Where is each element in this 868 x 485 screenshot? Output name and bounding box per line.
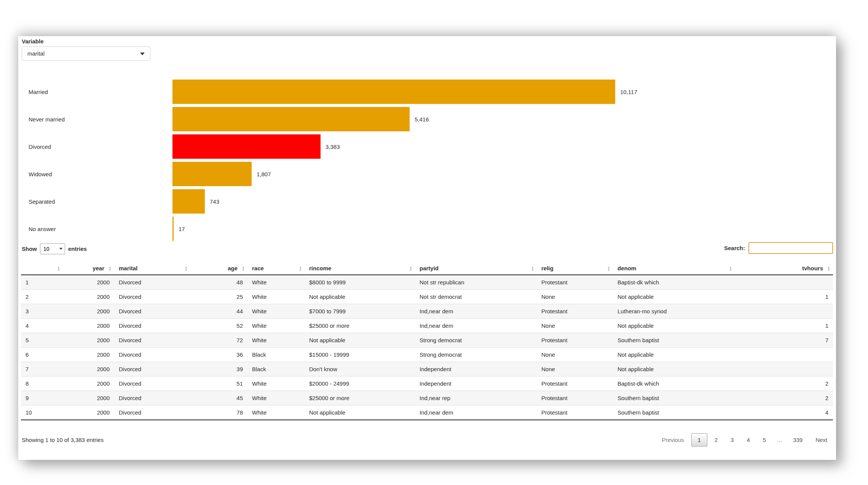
column-header-label: denom	[617, 265, 636, 271]
table-cell-race: White	[247, 391, 305, 405]
sort-desc-icon: ▼	[607, 269, 610, 271]
table-row[interactable]: 32000Divorced44White$7000 to 7999Ind,nea…	[21, 304, 833, 319]
page-button-1[interactable]: 1	[691, 433, 707, 447]
column-header-label: age	[228, 265, 238, 271]
table-cell-rincome: Not applicable	[305, 405, 415, 420]
table-row[interactable]: 62000Divorced36Black$15000 - 19999Strong…	[21, 348, 833, 362]
column-header-year[interactable]: year▲▼	[63, 263, 114, 275]
table-cell-denom: Baptist-dk which	[613, 377, 735, 391]
table-cell-rownum: 2	[21, 290, 63, 304]
table-cell-year: 2000	[63, 290, 114, 304]
column-header-rownum[interactable]: ▲▼	[21, 263, 63, 275]
column-header-partyid[interactable]: partyid▲▼	[415, 263, 537, 275]
entries-label: entries	[68, 246, 87, 252]
column-header-marital[interactable]: marital▲▼	[114, 263, 190, 275]
next-button[interactable]: Next	[810, 433, 833, 447]
table-cell-rincome: $25000 or more	[305, 319, 415, 333]
column-header-race[interactable]: race▲▼	[247, 263, 305, 275]
page-button-2[interactable]: 2	[709, 433, 723, 447]
table-info: Showing 1 to 10 of 3,383 entries	[22, 437, 104, 443]
table-cell-tvhours: 1	[735, 319, 833, 333]
table-cell-race: White	[247, 304, 305, 319]
table-row[interactable]: 22000Divorced25WhiteNot applicableNot st…	[21, 290, 833, 304]
table-cell-tvhours: 2	[735, 391, 833, 405]
table-cell-rownum: 4	[21, 319, 63, 333]
table-cell-relig: Protestant	[537, 377, 613, 391]
column-header-label: race	[252, 265, 264, 271]
table-row[interactable]: 12000Divorced48White$8000 to 9999Not str…	[21, 275, 833, 290]
table-cell-tvhours	[735, 362, 833, 377]
bar-chart: Married10,117Never married5,416Divorced3…	[18, 78, 836, 242]
page-button-4[interactable]: 4	[741, 433, 755, 447]
table-cell-age: 25	[190, 290, 247, 304]
column-header-rincome[interactable]: rincome▲▼	[305, 263, 415, 275]
table-cell-tvhours: 4	[735, 405, 833, 420]
show-label: Show	[22, 246, 37, 252]
bar-category-label: Never married	[18, 116, 172, 123]
column-header-label: tvhours	[802, 265, 823, 271]
column-header-tvhours[interactable]: tvhours▲▼	[735, 263, 833, 275]
bar[interactable]	[172, 217, 174, 241]
table-cell-denom: Not applicable	[613, 362, 735, 377]
column-header-relig[interactable]: relig▲▼	[537, 263, 613, 275]
bar-value-label: 1,807	[257, 171, 271, 177]
table-cell-year: 2000	[63, 275, 114, 290]
bar[interactable]	[172, 189, 205, 214]
table-cell-age: 72	[190, 333, 247, 348]
table-cell-partyid: Independent	[415, 362, 537, 377]
table-cell-age: 39	[190, 362, 247, 377]
page-button-5[interactable]: 5	[757, 433, 772, 447]
sort-desc-icon: ▼	[531, 269, 534, 271]
chart-row: Never married5,416	[18, 105, 836, 133]
page-button-339[interactable]: 339	[787, 433, 808, 447]
table-row[interactable]: 72000Divorced39BlackDon't knowIndependen…	[21, 362, 833, 377]
table-cell-relig: None	[537, 290, 613, 304]
table-cell-year: 2000	[63, 333, 114, 348]
table-cell-relig: Protestant	[537, 405, 613, 420]
variable-select[interactable]: marital	[22, 46, 150, 61]
table-cell-year: 2000	[63, 362, 114, 377]
bar-value-label: 17	[179, 226, 185, 232]
table-cell-partyid: Ind,near dem	[415, 319, 537, 333]
table-row[interactable]: 82000Divorced51White$20000 - 24999Indepe…	[21, 377, 833, 391]
bar-category-label: Widowed	[18, 171, 172, 177]
table-cell-marital: Divorced	[114, 290, 190, 304]
bar-category-label: No answer	[18, 226, 172, 232]
table-cell-age: 52	[190, 319, 247, 333]
bar[interactable]	[172, 162, 252, 186]
bar[interactable]	[172, 80, 615, 104]
bar[interactable]	[172, 107, 410, 131]
table-cell-marital: Divorced	[114, 405, 190, 420]
search-input[interactable]	[748, 242, 833, 254]
table-cell-relig: None	[537, 348, 613, 362]
table-cell-rownum: 8	[21, 377, 63, 391]
table-cell-age: 36	[190, 348, 247, 362]
sort-desc-icon: ▼	[299, 269, 302, 271]
pagination: Previous12345…339Next	[654, 433, 833, 447]
chart-row: No answer17	[18, 215, 836, 242]
table-cell-marital: Divorced	[114, 348, 190, 362]
table-row[interactable]: 42000Divorced52White$25000 or moreInd,ne…	[21, 319, 833, 333]
bar[interactable]	[172, 134, 321, 159]
sort-icons: ▲▼	[531, 266, 534, 271]
table-cell-partyid: Strong democrat	[415, 333, 537, 348]
column-header-label: rincome	[309, 265, 331, 271]
table-row[interactable]: 92000Divorced45White$25000 or moreInd,ne…	[21, 391, 833, 405]
chart-row: Separated743	[18, 188, 836, 215]
table-controls: Show 10 entries Search:	[22, 242, 833, 256]
table-cell-year: 2000	[63, 377, 114, 391]
table-cell-year: 2000	[63, 405, 114, 420]
table-cell-relig: None	[537, 362, 613, 377]
page-button-3[interactable]: 3	[725, 433, 739, 447]
column-header-denom[interactable]: denom▲▼	[613, 263, 735, 275]
page-length-control: Show 10 entries	[22, 243, 87, 254]
column-header-age[interactable]: age▲▼	[190, 263, 247, 275]
bar-value-label: 743	[210, 198, 219, 205]
table-row[interactable]: 102000Divorced78WhiteNot applicableInd,n…	[21, 405, 833, 420]
table-cell-age: 44	[190, 304, 247, 319]
sort-desc-icon: ▼	[185, 269, 188, 271]
table-row[interactable]: 52000Divorced72WhiteNot applicableStrong…	[21, 333, 833, 348]
page-length-select[interactable]: 10	[40, 243, 65, 254]
column-header-label: marital	[119, 265, 137, 271]
variable-select-value: marital	[27, 50, 45, 57]
